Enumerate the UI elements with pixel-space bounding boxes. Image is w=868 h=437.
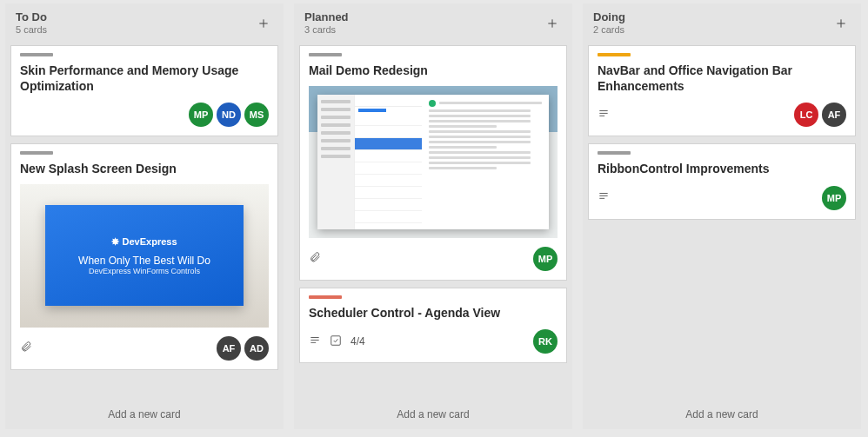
avatar[interactable]: AD	[244, 336, 269, 361]
card-preview-splash: ✸ DevExpress When Only The Best Will Do …	[20, 184, 269, 328]
card-stripe	[20, 151, 53, 155]
avatar-group: AFAD	[217, 336, 269, 361]
avatar-group: MP	[822, 186, 846, 210]
add-card-icon[interactable]	[543, 14, 562, 33]
card-stripe	[309, 53, 342, 56]
add-card-link[interactable]: Add a new card	[10, 400, 278, 426]
column-header: Doing 2 cards	[588, 7, 856, 45]
card-footer: MPNDMS	[20, 103, 269, 127]
card-stripe	[309, 295, 342, 299]
add-card-icon[interactable]	[254, 14, 273, 33]
card-list: NavBar and Office Navigation Bar Enhance…	[588, 45, 856, 400]
add-card-icon[interactable]	[831, 14, 851, 33]
column-header: Planned 3 cards	[299, 7, 567, 45]
card[interactable]: New Splash Screen Design ✸ DevExpress Wh…	[10, 143, 278, 370]
avatar-group: LCAF	[794, 103, 846, 127]
attach-icon	[20, 341, 32, 355]
card-stripe	[598, 53, 631, 56]
column-count: 5 cards	[16, 24, 47, 36]
column-header: To Do 5 cards	[10, 7, 278, 45]
check-icon	[330, 334, 342, 349]
avatar[interactable]: MP	[533, 247, 558, 271]
avatar[interactable]: RK	[533, 329, 558, 354]
preview-sub: DevExpress WinForms Controls	[89, 267, 200, 275]
avatar-group: MPNDMS	[189, 103, 269, 127]
card-footer: LCAF	[598, 103, 846, 127]
card-footer: MP	[598, 186, 846, 210]
svg-rect-7	[331, 335, 341, 345]
avatar[interactable]: MS	[244, 103, 269, 127]
kanban-board: To Do 5 cards Skin Performance and Memor…	[5, 3, 863, 429]
desc-icon	[309, 334, 321, 349]
desc-icon	[598, 190, 610, 205]
card-list: Skin Performance and Memory Usage Optimi…	[10, 45, 278, 400]
card[interactable]: Scheduler Control - Agenda View 4/4 RK	[299, 288, 567, 364]
card-footer: AFAD	[20, 336, 269, 361]
column-count: 2 cards	[593, 24, 625, 36]
add-card-link[interactable]: Add a new card	[588, 400, 856, 426]
card[interactable]: Mail Demo Redesign MP	[299, 45, 567, 281]
avatar[interactable]: AF	[822, 103, 846, 127]
attach-icon	[309, 251, 321, 266]
card-title: Skin Performance and Memory Usage Optimi…	[20, 63, 269, 94]
column-2: Doing 2 cards NavBar and Office Navigati…	[583, 3, 861, 429]
card-title: NavBar and Office Navigation Bar Enhance…	[598, 63, 846, 94]
preview-brand: ✸ DevExpress	[111, 236, 177, 248]
card-title: Scheduler Control - Agenda View	[309, 306, 558, 321]
avatar[interactable]: MP	[189, 103, 213, 127]
column-title: Planned	[304, 10, 349, 24]
column-title: To Do	[16, 10, 47, 24]
column-1: Planned 3 cards Mail Demo Redesign MP Sc…	[294, 3, 572, 429]
card[interactable]: RibbonControl Improvements MP	[588, 143, 856, 220]
card-stripe	[598, 151, 631, 155]
card-list: Mail Demo Redesign MP Scheduler Control …	[299, 45, 567, 400]
card-footer: 4/4 RK	[309, 329, 558, 354]
card-footer: MP	[309, 247, 558, 271]
avatar-group: MP	[533, 247, 558, 271]
column-count: 3 cards	[304, 24, 349, 36]
column-title: Doing	[593, 10, 625, 24]
card[interactable]: Skin Performance and Memory Usage Optimi…	[10, 45, 278, 136]
card-stripe	[20, 53, 53, 56]
avatar-group: RK	[533, 329, 558, 354]
add-card-link[interactable]: Add a new card	[299, 400, 567, 426]
preview-tagline: When Only The Best Will Do	[78, 255, 210, 267]
column-0: To Do 5 cards Skin Performance and Memor…	[5, 3, 284, 429]
avatar[interactable]: LC	[794, 103, 818, 127]
checklist-count: 4/4	[351, 335, 365, 348]
avatar[interactable]: AF	[217, 336, 241, 361]
card[interactable]: NavBar and Office Navigation Bar Enhance…	[588, 45, 856, 136]
desc-icon	[598, 108, 610, 122]
card-title: RibbonControl Improvements	[598, 162, 846, 177]
card-title: Mail Demo Redesign	[309, 63, 558, 79]
card-preview-mail	[309, 86, 558, 238]
card-title: New Splash Screen Design	[20, 162, 269, 177]
avatar[interactable]: ND	[217, 103, 241, 127]
avatar[interactable]: MP	[822, 186, 846, 210]
